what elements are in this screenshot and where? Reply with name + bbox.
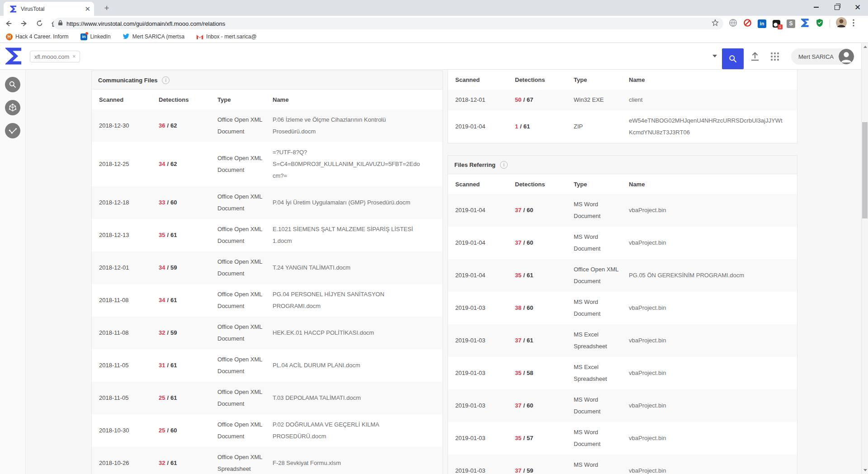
user-menu[interactable]: Mert SARICA	[791, 48, 854, 65]
table-row[interactable]: 2018-12-25 34/62 Office Open XML Documen…	[92, 142, 443, 186]
bookmark-linkedin[interactable]: in LinkedIn	[80, 33, 110, 40]
graph-nav-icon[interactable]	[5, 100, 20, 115]
file-name[interactable]: PG.04 PERSONEL HİJYEN SANİTASYON PROGRAM…	[273, 289, 429, 312]
scroll-up-arrow-icon[interactable]	[863, 46, 867, 48]
window-minimize-button[interactable]	[806, 0, 826, 14]
table-row[interactable]: 2018-12-30 36/62 Office Open XML Documen…	[92, 109, 443, 142]
globe-extension-icon[interactable]	[729, 19, 737, 29]
reload-button[interactable]	[33, 17, 46, 30]
bookmark-star-icon[interactable]	[712, 19, 719, 28]
table-row[interactable]: 2018-12-18 33/60 Office Open XML Documen…	[92, 186, 443, 219]
scrollbar-thumb[interactable]	[862, 122, 868, 218]
vertical-scrollbar[interactable]	[861, 43, 868, 474]
virustotal-logo-icon[interactable]	[5, 47, 24, 67]
tab-close-icon[interactable]: ✕	[85, 5, 90, 12]
adblock-extension-icon[interactable]	[743, 19, 752, 29]
table-row[interactable]: 2018-12-13 35/61 Office Open XML Documen…	[92, 219, 443, 251]
file-name[interactable]: PL.04 ACİL DURUM PLANI.docm	[273, 360, 429, 371]
table-row[interactable]: 2018-11-08 32/59 Office Open XML Documen…	[92, 317, 443, 349]
lock-icon	[58, 19, 63, 28]
intelligence-nav-icon[interactable]	[5, 123, 20, 138]
table-row[interactable]: 2018-10-26 32/61 Office Open XML Spreads…	[92, 447, 443, 474]
new-tab-button[interactable]: +	[101, 3, 112, 14]
file-name[interactable]: HEK.EK.01 HACCP POLİTİKASI.docm	[273, 327, 429, 339]
communicating-files-header: Communicating Files i	[92, 71, 443, 90]
file-name[interactable]: vbaProject.bin	[629, 237, 783, 249]
file-name[interactable]: vbaProject.bin	[629, 335, 783, 346]
info-icon[interactable]: i	[162, 76, 170, 84]
scanned-date: 2019-01-03	[455, 335, 515, 346]
file-name[interactable]: vbaProject.bin	[629, 204, 783, 216]
table-row[interactable]: 2018-11-05 31/61 Office Open XML Documen…	[92, 349, 443, 382]
table-row[interactable]: 2019-01-03 35/57 MS Word Document vbaPro…	[448, 422, 797, 455]
table-row[interactable]: 2019-01-04 1/61 ZIP eW54eTNBOG02MHJqenU4…	[448, 110, 797, 143]
file-name[interactable]: F-28 Sevkiyat Formu.xlsm	[273, 457, 429, 469]
url-text[interactable]: https://www.virustotal.com/gui/domain/xf…	[66, 20, 712, 27]
search-nav-icon[interactable]	[5, 77, 20, 92]
search-term-chip[interactable]: xfl.mooo.com ×	[30, 51, 80, 62]
scroll-down-arrow-icon[interactable]	[863, 469, 867, 471]
shield-extension-icon[interactable]	[816, 19, 824, 29]
search-dropdown-chevron-icon[interactable]	[712, 55, 717, 57]
file-type: Office Open XML Document	[217, 289, 273, 312]
table-row[interactable]: 2019-01-03 37/59 MS Word Document vbaPro…	[448, 455, 797, 474]
detections-ratio: 37/61	[515, 335, 574, 346]
table-row[interactable]: 2018-11-05 25/61 Office Open XML Documen…	[92, 382, 443, 414]
file-name[interactable]: P.04 İyi Üretim Uygulamaları (GMP) Prose…	[273, 197, 429, 209]
file-name[interactable]: E.1021 SİEMENS ŞALT MALZEME SİPARİŞ LİST…	[273, 223, 429, 247]
table-row[interactable]: 2019-01-03 35/58 MS Excel Spreadsheet vb…	[448, 357, 797, 389]
table-row[interactable]: 2019-01-04 35/61 Office Open XML Documen…	[448, 259, 797, 292]
table-row[interactable]: 2018-12-01 50/67 Win32 EXE client	[448, 90, 797, 110]
file-name[interactable]: P.02 DOĞRULAMA VE GEÇERLİ KILMA PROSEDÜR…	[273, 419, 429, 442]
forward-button[interactable]	[17, 17, 31, 30]
upload-icon[interactable]	[750, 51, 760, 63]
table-header-row: Scanned Detections Type Name	[448, 174, 797, 194]
window-restore-button[interactable]	[826, 0, 847, 14]
browser-tab[interactable]: VirusTotal ✕	[4, 2, 94, 16]
column-header-type: Type	[574, 76, 629, 84]
file-name[interactable]: eW54eTNBOG02MHJqenU4NHRzcURRSDcrbUl3ajJJ…	[629, 115, 783, 138]
detections-ratio: 32/59	[159, 327, 217, 339]
bookmark-twitter[interactable]: Mert SARICA (mertsa	[123, 33, 184, 40]
apps-grid-icon[interactable]	[771, 52, 779, 61]
file-name[interactable]: vbaProject.bin	[629, 400, 783, 412]
search-button[interactable]	[722, 48, 744, 69]
file-name[interactable]: P.06 İzleme ve Ölçme Cihazlarının Kontro…	[273, 114, 429, 137]
table-row[interactable]: 2019-01-03 37/61 MS Excel Spreadsheet vb…	[448, 324, 797, 357]
file-name[interactable]: T.03 DEPOLAMA TALİMATI.docm	[273, 392, 429, 404]
file-name[interactable]: vbaProject.bin	[629, 465, 783, 474]
detections-ratio: 34/59	[159, 262, 217, 274]
table-row[interactable]: 2018-12-01 34/59 Office Open XML Documen…	[92, 251, 443, 284]
table-row[interactable]: 2018-10-30 25/60 Office Open XML Documen…	[92, 414, 443, 447]
profile-avatar[interactable]	[836, 17, 847, 30]
table-header-row: Scanned Detections Type Name	[448, 70, 797, 90]
table-row[interactable]: 2019-01-04 37/60 MS Word Document vbaPro…	[448, 227, 797, 259]
scanned-date: 2018-11-08	[99, 327, 159, 339]
table-row[interactable]: 2019-01-04 37/60 MS Word Document vbaPro…	[448, 194, 797, 227]
address-bar[interactable]: https://www.virustotal.com/gui/domain/xf…	[53, 18, 723, 29]
file-name[interactable]: vbaProject.bin	[629, 302, 783, 314]
table-row[interactable]: 2019-01-03 38/60 MS Word Document vbaPro…	[448, 292, 797, 324]
file-name[interactable]: vbaProject.bin	[629, 367, 783, 379]
file-name[interactable]: T.24 YANGIN TALİMATI.docm	[273, 262, 429, 274]
browser-menu-icon[interactable]	[853, 19, 854, 28]
file-name[interactable]: client	[629, 94, 783, 106]
files-referring-card: Files Referring i Scanned Detections Typ…	[448, 155, 797, 474]
window-close-button[interactable]: ✕	[847, 0, 868, 14]
bookmark-hack4career[interactable]: H Hack 4 Career. Inform	[5, 33, 68, 40]
notifier-extension-icon[interactable]: 1	[772, 19, 781, 28]
virustotal-extension-icon[interactable]	[801, 19, 810, 29]
table-row[interactable]: 2018-11-08 34/61 Office Open XML Documen…	[92, 284, 443, 317]
bookmark-gmail[interactable]: Inbox - mert.sarica@	[196, 33, 257, 40]
table-row[interactable]: 2019-01-03 37/60 MS Word Document vbaPro…	[448, 389, 797, 422]
file-name[interactable]: vbaProject.bin	[629, 432, 783, 444]
linkedin-icon: in	[80, 33, 87, 40]
linkedin-extension-icon[interactable]: in	[758, 19, 766, 28]
chip-remove-icon[interactable]: ×	[72, 53, 75, 60]
file-name[interactable]: PG.05 ÖN GEREKSİNİM PROGRAMI.docm	[629, 270, 783, 281]
s-extension-icon[interactable]: S	[787, 19, 795, 28]
info-icon[interactable]: i	[500, 161, 508, 169]
file-name[interactable]: =?UTF-8?Q? S=C4=B0MPRO3f_KULLANIM_KILAVU…	[273, 147, 429, 182]
scanned-date: 2019-01-03	[455, 432, 515, 444]
back-button[interactable]	[2, 17, 15, 30]
